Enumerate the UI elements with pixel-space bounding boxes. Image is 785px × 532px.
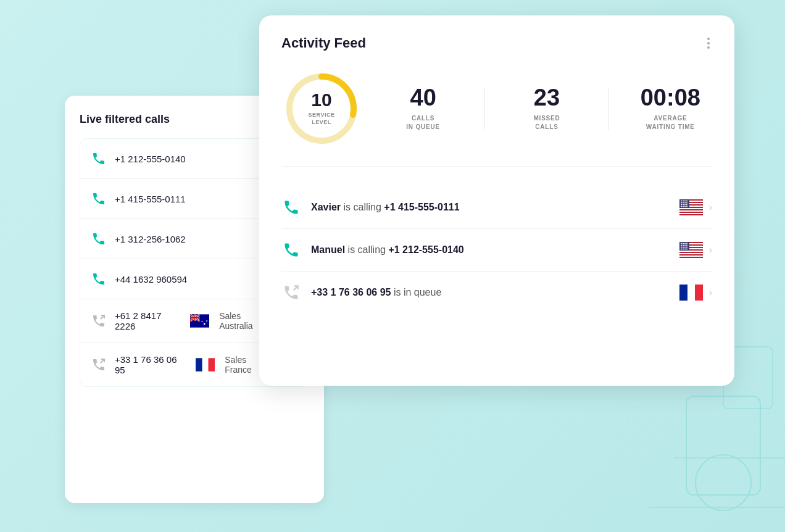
svg-point-46 bbox=[683, 206, 684, 207]
svg-rect-54 bbox=[679, 253, 703, 254]
caller-name: Xavier bbox=[311, 202, 341, 212]
phone-outgoing-icon bbox=[90, 356, 107, 373]
svg-point-59 bbox=[684, 243, 686, 244]
flag-us bbox=[679, 199, 703, 215]
stats-row: 10 SERVICELEVEL 40 CALLSIN QUEUE 23 MISS… bbox=[281, 69, 712, 167]
svg-point-35 bbox=[684, 201, 686, 202]
svg-point-58 bbox=[683, 243, 684, 244]
svg-rect-21 bbox=[202, 358, 209, 371]
flag-us bbox=[679, 242, 703, 258]
donut-center: 10 SERVICELEVEL bbox=[281, 69, 362, 149]
svg-point-72 bbox=[686, 249, 687, 250]
svg-point-70 bbox=[683, 249, 684, 250]
svg-rect-55 bbox=[679, 256, 703, 257]
svg-point-17 bbox=[202, 321, 203, 322]
missed-calls-stat: 23 MISSEDCALLS bbox=[505, 86, 588, 131]
phone-incoming-icon bbox=[90, 270, 107, 288]
svg-point-16 bbox=[204, 323, 206, 325]
svg-point-18 bbox=[206, 320, 207, 322]
call-number: +1 212-555-0140 bbox=[115, 154, 186, 164]
activity-call-row: +33 1 76 36 06 95 is in queue › bbox=[281, 272, 712, 314]
svg-rect-0 bbox=[686, 396, 760, 495]
svg-point-34 bbox=[683, 201, 684, 202]
call-row-right: › bbox=[679, 199, 712, 215]
avg-wait-value: 00:08 bbox=[629, 86, 712, 109]
chevron-right-icon[interactable]: › bbox=[709, 287, 712, 298]
call-number: +1 415-555-0111 bbox=[115, 194, 186, 204]
svg-point-42 bbox=[683, 204, 684, 206]
missed-calls-value: 23 bbox=[505, 86, 588, 109]
svg-rect-22 bbox=[208, 358, 215, 371]
svg-point-66 bbox=[683, 247, 684, 248]
svg-point-1 bbox=[696, 455, 751, 510]
activity-call-text: Manuel is calling +1 212-555-0140 bbox=[311, 244, 670, 256]
call-status: is calling bbox=[344, 202, 384, 212]
svg-rect-53 bbox=[679, 251, 703, 252]
caller-number: +1 415-555-0111 bbox=[384, 202, 459, 212]
chevron-right-icon[interactable]: › bbox=[709, 202, 712, 213]
svg-point-36 bbox=[686, 201, 687, 202]
missed-calls-label: MISSEDCALLS bbox=[505, 114, 588, 131]
svg-rect-29 bbox=[679, 208, 703, 209]
phone-active-icon bbox=[281, 240, 301, 260]
svg-point-33 bbox=[681, 201, 682, 202]
svg-point-45 bbox=[681, 206, 682, 207]
chevron-right-icon[interactable]: › bbox=[709, 244, 712, 256]
svg-point-41 bbox=[681, 204, 682, 206]
calls-in-queue-value: 40 bbox=[381, 86, 465, 109]
call-status: is calling bbox=[348, 244, 389, 255]
svg-point-68 bbox=[686, 247, 687, 248]
svg-point-43 bbox=[684, 204, 686, 206]
svg-point-67 bbox=[684, 247, 686, 248]
service-level-donut: 10 SERVICELEVEL bbox=[281, 69, 362, 149]
svg-point-44 bbox=[686, 204, 687, 206]
svg-point-39 bbox=[684, 202, 686, 204]
activity-call-row: Manuel is calling +1 212-555-0140 bbox=[281, 229, 712, 272]
svg-point-64 bbox=[686, 245, 687, 246]
svg-point-62 bbox=[683, 245, 684, 246]
flag-au bbox=[190, 314, 209, 328]
flag-fr bbox=[196, 358, 215, 372]
call-number: +33 1 76 36 06 95 bbox=[115, 354, 188, 375]
phone-queue-icon bbox=[281, 283, 301, 302]
phone-active-icon bbox=[281, 197, 301, 217]
service-level-label: SERVICELEVEL bbox=[309, 112, 335, 126]
svg-point-65 bbox=[681, 247, 682, 248]
phone-outgoing-icon bbox=[90, 312, 107, 330]
svg-rect-75 bbox=[687, 285, 695, 301]
call-status: is in queue bbox=[394, 287, 441, 297]
svg-point-37 bbox=[681, 202, 682, 204]
caller-number: +33 1 76 36 06 95 bbox=[311, 287, 391, 297]
svg-point-63 bbox=[684, 245, 686, 246]
call-row-right: › bbox=[679, 242, 712, 258]
svg-point-40 bbox=[686, 202, 687, 204]
flag-fr bbox=[679, 285, 703, 301]
caller-number: +1 212-555-0140 bbox=[388, 244, 463, 255]
more-options-icon[interactable] bbox=[705, 35, 712, 51]
activity-call-row: Xavier is calling +1 415-555-0111 bbox=[281, 186, 712, 229]
activity-panel: Activity Feed 10 SERVICELEVEL 40 CALL bbox=[259, 15, 734, 386]
avg-wait-label: AVERAGEWAITING TIME bbox=[629, 114, 712, 131]
stat-divider-2 bbox=[608, 87, 609, 130]
activity-call-text: Xavier is calling +1 415-555-0111 bbox=[311, 202, 670, 213]
svg-point-38 bbox=[683, 202, 684, 204]
svg-point-47 bbox=[684, 206, 686, 207]
svg-point-71 bbox=[684, 249, 686, 250]
activity-title: Activity Feed bbox=[281, 35, 366, 51]
call-number: +44 1632 960594 bbox=[115, 274, 187, 285]
call-number: +1 312-256-1062 bbox=[115, 234, 186, 244]
svg-rect-30 bbox=[679, 210, 703, 212]
call-number: +61 2 8417 2226 bbox=[115, 310, 183, 331]
avg-wait-stat: 00:08 AVERAGEWAITING TIME bbox=[629, 86, 712, 131]
svg-point-69 bbox=[681, 249, 682, 250]
svg-rect-74 bbox=[679, 285, 687, 301]
activity-header: Activity Feed bbox=[281, 35, 712, 51]
phone-incoming-icon bbox=[90, 230, 107, 247]
calls-in-queue-label: CALLSIN QUEUE bbox=[381, 114, 465, 131]
phone-incoming-icon bbox=[90, 190, 107, 207]
svg-rect-76 bbox=[695, 285, 703, 301]
svg-rect-31 bbox=[679, 213, 703, 214]
svg-rect-20 bbox=[196, 358, 202, 371]
service-level-value: 10 bbox=[311, 91, 331, 109]
calls-in-queue-stat: 40 CALLSIN QUEUE bbox=[381, 86, 465, 131]
